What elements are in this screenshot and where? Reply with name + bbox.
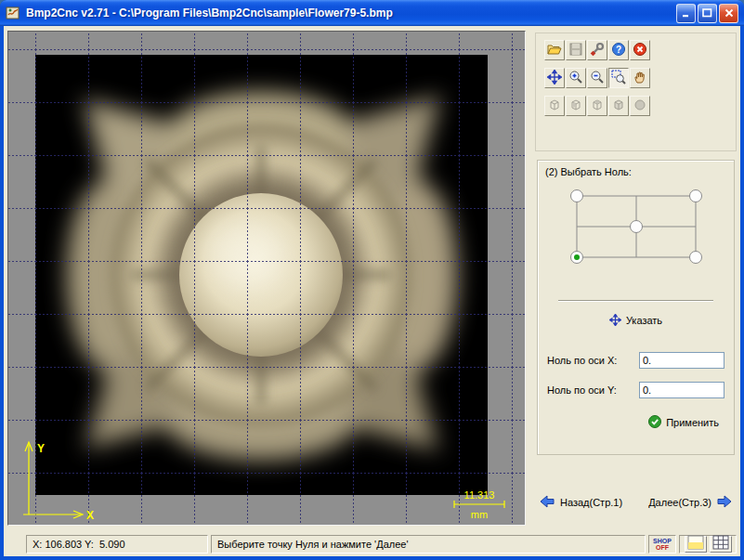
move-icon bbox=[547, 70, 562, 87]
separator bbox=[558, 300, 713, 302]
grid-view-icon bbox=[712, 535, 729, 553]
options-icon bbox=[590, 42, 605, 59]
window-body: Y X 11.313 mm bbox=[4, 26, 740, 556]
zero-select-group: (2) Выбрать Ноль: bbox=[537, 160, 735, 455]
pan-hand-icon bbox=[633, 70, 647, 87]
pick-cross-icon bbox=[609, 314, 621, 328]
back-page-button[interactable]: Назад(Стр.1) bbox=[533, 492, 628, 513]
close-button[interactable] bbox=[719, 4, 738, 23]
apply-button[interactable]: Применить bbox=[643, 413, 724, 432]
app-window: Bmp2Cnc v2.71 - C:\Program Files\Bmp2Cnc… bbox=[0, 0, 744, 560]
shop-toggle-top: SHOP bbox=[653, 538, 672, 544]
back-arrow-icon bbox=[539, 495, 555, 510]
save-file-icon bbox=[568, 42, 583, 59]
zero-pos-center[interactable] bbox=[631, 221, 643, 233]
view-top-icon bbox=[590, 98, 605, 115]
flower-relief-render bbox=[35, 55, 488, 495]
bitmap-image bbox=[35, 55, 488, 495]
toolbox: ? bbox=[535, 33, 737, 151]
help-icon: ? bbox=[611, 42, 626, 59]
zero-x-label: Ноль по оси X: bbox=[547, 355, 617, 366]
zero-pos-top-right[interactable] bbox=[690, 190, 702, 202]
view-toggle-panel bbox=[679, 535, 737, 553]
scale-unit: mm bbox=[471, 509, 488, 520]
move-button[interactable] bbox=[544, 68, 565, 88]
app-icon bbox=[6, 5, 22, 21]
side-panel: ? bbox=[529, 31, 742, 526]
zero-pos-top-left[interactable] bbox=[571, 190, 583, 202]
zoom-window-icon bbox=[611, 70, 626, 87]
pick-zero-button[interactable]: Указать bbox=[592, 311, 681, 330]
zero-y-field: Ноль по оси Y: bbox=[547, 382, 724, 398]
zoom-in-button[interactable] bbox=[566, 68, 586, 88]
apply-label: Применить bbox=[666, 417, 719, 428]
exit-button[interactable] bbox=[630, 40, 650, 60]
zero-x-field: Ноль по оси X: bbox=[547, 352, 724, 369]
zoom-out-icon bbox=[590, 70, 605, 87]
next-arrow-icon bbox=[716, 495, 733, 510]
coords-panel: X: 106.803 Y: 5.090 bbox=[26, 535, 208, 553]
zero-x-input[interactable] bbox=[639, 352, 724, 369]
options-button[interactable] bbox=[587, 40, 607, 60]
shop-toggle[interactable]: SHOP OFF bbox=[648, 535, 676, 553]
zoom-out-button[interactable] bbox=[587, 68, 607, 88]
maximize-button[interactable] bbox=[698, 4, 717, 23]
status-message: Выберите точку Нуля и нажмите 'Далее' bbox=[211, 535, 646, 553]
open-file-icon bbox=[547, 42, 562, 59]
view-render-icon bbox=[633, 98, 647, 115]
preview-canvas[interactable]: Y X 11.313 mm bbox=[7, 31, 526, 526]
view-iso-button[interactable] bbox=[608, 96, 629, 116]
title-bar[interactable]: Bmp2Cnc v2.71 - C:\Program Files\Bmp2Cnc… bbox=[0, 0, 744, 26]
minimize-button[interactable] bbox=[676, 4, 696, 23]
shop-toggle-bottom: OFF bbox=[656, 544, 669, 551]
apply-check-icon bbox=[648, 415, 661, 430]
axis-x-label: X bbox=[86, 509, 94, 522]
window-title: Bmp2Cnc v2.71 - C:\Program Files\Bmp2Cnc… bbox=[26, 7, 676, 20]
view-render-button[interactable] bbox=[630, 96, 650, 116]
pan-hand-button[interactable] bbox=[630, 68, 650, 88]
view-front-button[interactable] bbox=[566, 96, 586, 116]
status-bar: X: 106.803 Y: 5.090 Выберите точку Нуля … bbox=[4, 531, 740, 556]
view3d-toolbar bbox=[544, 96, 727, 116]
view-front-icon bbox=[568, 98, 583, 115]
grid-view-button[interactable] bbox=[710, 536, 732, 553]
zero-position-selector[interactable] bbox=[566, 187, 707, 272]
zero-pos-selected-dot bbox=[574, 254, 580, 260]
zero-group-title: (2) Выбрать Ноль: bbox=[545, 166, 632, 177]
zero-y-input[interactable] bbox=[639, 382, 724, 398]
next-page-button[interactable]: Далее(Стр.3) bbox=[643, 492, 738, 513]
view-left-button[interactable] bbox=[544, 96, 565, 116]
exit-icon bbox=[633, 42, 647, 59]
zoom-toolbar bbox=[544, 68, 727, 88]
zero-pos-bottom-right[interactable] bbox=[690, 252, 702, 264]
pick-zero-label: Указать bbox=[626, 315, 662, 326]
zoom-in-icon bbox=[568, 70, 583, 87]
page-view-button[interactable] bbox=[685, 536, 707, 553]
view-left-icon bbox=[547, 98, 562, 115]
save-file-button[interactable] bbox=[566, 40, 586, 60]
back-page-label: Назад(Стр.1) bbox=[560, 497, 622, 508]
file-toolbar: ? bbox=[544, 40, 727, 60]
zoom-window-button[interactable] bbox=[608, 68, 629, 88]
next-page-label: Далее(Стр.3) bbox=[648, 497, 711, 508]
svg-text:?: ? bbox=[616, 44, 621, 54]
zero-y-label: Ноль по оси Y: bbox=[547, 384, 617, 396]
view-iso-icon bbox=[611, 98, 626, 115]
view-top-button[interactable] bbox=[587, 96, 607, 116]
page-view-icon bbox=[687, 535, 704, 553]
help-button[interactable]: ? bbox=[608, 40, 629, 60]
open-file-button[interactable] bbox=[544, 40, 565, 60]
